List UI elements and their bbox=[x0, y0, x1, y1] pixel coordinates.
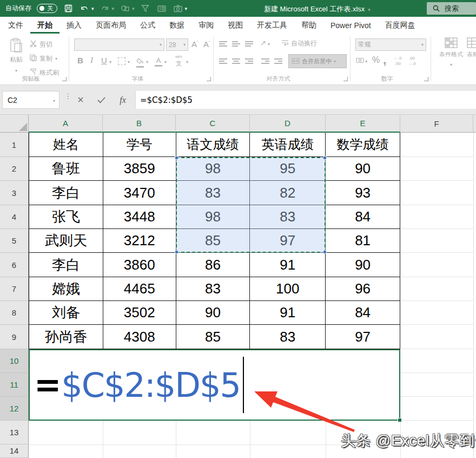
cell-A7[interactable]: 嫦娥 bbox=[29, 277, 103, 301]
fill-handle[interactable] bbox=[398, 418, 402, 422]
cell-B4[interactable]: 3448 bbox=[103, 205, 176, 229]
row-header-9[interactable]: 9 bbox=[0, 325, 29, 349]
cell-B9[interactable]: 4308 bbox=[103, 325, 176, 349]
row-header-4[interactable]: 4 bbox=[0, 205, 29, 229]
wrap-text-button[interactable]: 自动换行 bbox=[281, 38, 317, 48]
tab-data[interactable]: 数据 bbox=[162, 17, 191, 34]
cell-A3[interactable]: 李白 bbox=[29, 181, 103, 205]
clipboard-dialog-launcher[interactable] bbox=[62, 77, 67, 81]
cell-E1[interactable]: 数学成绩 bbox=[326, 133, 400, 157]
cell-A1[interactable]: 姓名 bbox=[29, 133, 103, 157]
tab-insert[interactable]: 插入 bbox=[60, 17, 89, 34]
redo-dropdown-icon[interactable]: ▾ bbox=[112, 6, 115, 11]
align-left-icon[interactable] bbox=[219, 57, 227, 65]
cell-C9[interactable]: 85 bbox=[176, 325, 250, 349]
cell-C6[interactable]: 86 bbox=[176, 253, 250, 277]
paste-button[interactable]: 粘贴 ▾ bbox=[5, 38, 27, 74]
decrease-decimal-button[interactable]: .00 →.0 bbox=[408, 56, 416, 67]
row-header-14[interactable]: 14 bbox=[0, 444, 29, 458]
phonetic-guide-button[interactable]: wén 文 bbox=[175, 55, 182, 67]
confirm-entry-button[interactable] bbox=[93, 91, 109, 109]
qat-customize-icon[interactable]: ▾ bbox=[185, 6, 188, 11]
selection-handle[interactable] bbox=[175, 250, 178, 254]
cell-B5[interactable]: 3212 bbox=[103, 229, 176, 253]
column-header-B[interactable]: B bbox=[103, 115, 176, 133]
redo-icon[interactable] bbox=[100, 4, 110, 14]
insert-function-button[interactable]: fx bbox=[115, 91, 131, 109]
number-dialog-launcher[interactable] bbox=[424, 77, 428, 81]
accounting-dropdown-icon[interactable]: ▾ bbox=[365, 59, 367, 64]
font-color-dropdown-icon[interactable]: ▾ bbox=[164, 60, 167, 64]
row-header-12[interactable]: 12 bbox=[0, 397, 29, 421]
form-icon[interactable] bbox=[156, 4, 167, 14]
comma-style-button[interactable]: , bbox=[383, 52, 387, 67]
row-header-7[interactable]: 7 bbox=[0, 277, 29, 301]
conditional-formatting-button[interactable]: 条件格式 ▾ bbox=[435, 37, 467, 68]
align-bottom-icon[interactable] bbox=[245, 40, 253, 48]
cell-E9[interactable]: 97 bbox=[326, 325, 400, 349]
cancel-entry-button[interactable]: ✕ bbox=[72, 91, 89, 109]
align-center-icon[interactable] bbox=[232, 57, 240, 65]
document-title[interactable]: 新建 Microsoft Excel 工作表.xlsx▾ bbox=[264, 4, 371, 14]
row-header-5[interactable]: 5 bbox=[0, 229, 29, 253]
cell-B8[interactable]: 3502 bbox=[103, 301, 176, 325]
name-box-dropdown-icon[interactable]: ▾ bbox=[53, 99, 55, 103]
align-top-icon[interactable] bbox=[219, 40, 227, 48]
row-header-10[interactable]: 10 bbox=[0, 349, 29, 373]
tab-page-layout[interactable]: 页面布局 bbox=[89, 17, 133, 34]
column-header-A[interactable]: A bbox=[29, 115, 103, 133]
cell-E6[interactable]: 90 bbox=[326, 253, 400, 277]
shape-dropdown-icon[interactable]: ▾ bbox=[132, 6, 135, 11]
cell-A9[interactable]: 孙尚香 bbox=[29, 325, 103, 349]
cell-D9[interactable]: 83 bbox=[250, 325, 326, 349]
formula-bar-drag-handle[interactable]: ⋮ bbox=[64, 94, 69, 98]
cell-A5[interactable]: 武则天 bbox=[29, 229, 103, 253]
cell-A8[interactable]: 刘备 bbox=[29, 301, 103, 325]
name-box[interactable]: C2 ▾ bbox=[2, 91, 60, 109]
alignment-dialog-launcher[interactable] bbox=[343, 77, 348, 81]
select-all-corner[interactable] bbox=[0, 115, 29, 133]
cell-E8[interactable]: 84 bbox=[326, 301, 400, 325]
cell-C1[interactable]: 语文成绩 bbox=[176, 133, 250, 157]
borders-icon[interactable] bbox=[118, 57, 125, 65]
number-format-combo[interactable]: 常规▾ bbox=[355, 38, 426, 51]
merged-edit-cell[interactable]: = $C$2:$D$5 bbox=[29, 349, 400, 421]
tab-formulas[interactable]: 公式 bbox=[133, 17, 162, 34]
italic-button[interactable]: I bbox=[90, 56, 93, 65]
cell-E2[interactable]: 90 bbox=[326, 157, 400, 181]
fill-color-dropdown-icon[interactable]: ▾ bbox=[146, 60, 148, 64]
cell-B6[interactable]: 3860 bbox=[103, 253, 176, 277]
increase-decimal-button[interactable]: ←.0 .00 bbox=[394, 56, 402, 67]
autosave-toggle[interactable]: 关 bbox=[37, 4, 57, 13]
decrease-indent-icon[interactable] bbox=[261, 57, 269, 65]
tab-view[interactable]: 视图 bbox=[221, 17, 250, 34]
cell-C7[interactable]: 83 bbox=[176, 277, 250, 301]
cut-button[interactable]: 剪切 bbox=[30, 40, 52, 49]
filter-icon[interactable] bbox=[140, 4, 151, 14]
cell-C8[interactable]: 90 bbox=[176, 301, 250, 325]
cell-E4[interactable]: 84 bbox=[326, 205, 400, 229]
align-right-icon[interactable] bbox=[245, 57, 253, 65]
orientation-dropdown-icon[interactable]: ▾ bbox=[268, 42, 270, 47]
tab-file[interactable]: 文件 bbox=[1, 17, 30, 34]
cell-A2[interactable]: 鲁班 bbox=[29, 157, 103, 181]
underline-dropdown-icon[interactable]: ▾ bbox=[109, 60, 111, 64]
phonetic-dropdown-icon[interactable]: ▾ bbox=[186, 60, 188, 64]
selection-handle[interactable] bbox=[323, 156, 327, 160]
selection-handle[interactable] bbox=[175, 156, 178, 160]
tab-help[interactable]: 帮助 bbox=[294, 17, 323, 34]
save-icon[interactable] bbox=[63, 4, 74, 14]
font-dialog-launcher[interactable] bbox=[207, 77, 211, 81]
tab-home[interactable]: 开始 bbox=[30, 17, 60, 34]
cell-D7[interactable]: 100 bbox=[250, 277, 326, 301]
cell-B2[interactable]: 3859 bbox=[103, 157, 176, 181]
orientation-icon[interactable]: ↗ bbox=[260, 39, 266, 47]
format-as-table-button[interactable]: 表格 bbox=[467, 37, 476, 58]
cell-B1[interactable]: 学号 bbox=[103, 133, 176, 157]
underline-button[interactable]: U bbox=[101, 56, 107, 65]
align-middle-icon[interactable] bbox=[232, 40, 240, 48]
row-header-3[interactable]: 3 bbox=[0, 181, 29, 205]
cell-E3[interactable]: 93 bbox=[326, 181, 400, 205]
percent-style-button[interactable]: % bbox=[372, 55, 380, 65]
merge-center-button[interactable]: 合并后居中 ▾ bbox=[288, 54, 347, 68]
